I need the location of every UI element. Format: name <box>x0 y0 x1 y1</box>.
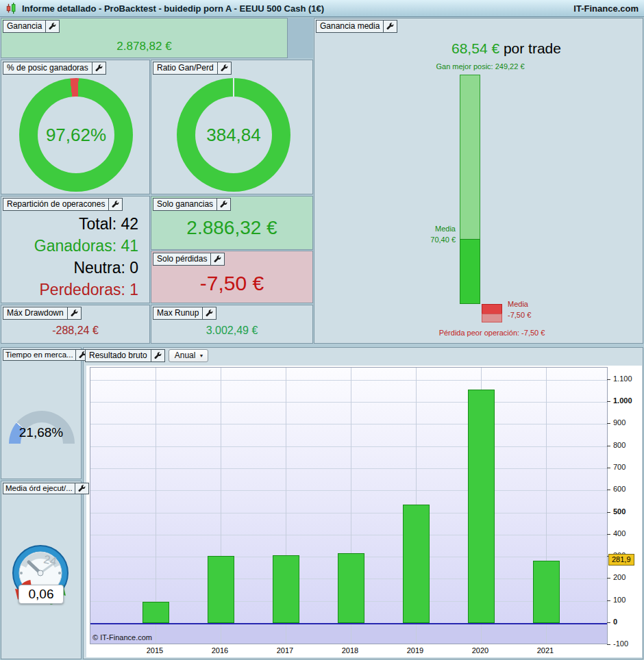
panel-ganancia: Ganancia 2.878,82 € <box>1 18 288 58</box>
gridline <box>90 513 607 513</box>
wrench-icon <box>49 23 56 30</box>
media-loss-label: Media <box>508 300 528 308</box>
reparticion-row-ganadoras: Ganadoras: 41 <box>1 235 138 257</box>
y-tick <box>607 578 610 579</box>
ganancia-media-headline: 68,54 € por trade <box>383 40 630 57</box>
x-tick-label: 2017 <box>268 646 302 655</box>
wrench-icon <box>221 64 228 72</box>
gridline <box>90 535 607 535</box>
max-runup-value: 3.002,49 € <box>151 325 312 337</box>
x-tick-label: 2018 <box>333 646 367 655</box>
panel-reparticion: Repartición de operacones Total: 42 Gana… <box>1 196 150 303</box>
chart-bar <box>338 553 364 623</box>
ganancia-value: 2.878,82 € <box>1 40 287 53</box>
media-gain-bar <box>460 75 480 304</box>
y-tick <box>607 490 610 490</box>
y-tick-label: 200 <box>613 573 626 581</box>
orders-per-day-value: 0,06 <box>18 585 64 604</box>
ganancia-media-value: 68,54 € <box>451 40 499 56</box>
chart-bar <box>273 555 299 623</box>
panel-label: % de posic ganadoras <box>3 62 92 75</box>
chart-bar <box>208 556 234 624</box>
panel-max-drawdown: Máx Drawdown -288,24 € <box>1 305 150 344</box>
gridline <box>90 424 607 424</box>
wrench-button[interactable] <box>75 483 89 494</box>
panel-ganancia-media: Ganancia media 68,54 € por trade Gan mej… <box>314 18 643 344</box>
period-select-value: Anual <box>175 351 196 360</box>
y-tick-label: 800 <box>613 441 626 449</box>
y-tick <box>607 423 610 424</box>
wrench-button[interactable] <box>383 20 397 33</box>
wrench-button[interactable] <box>216 198 231 211</box>
max-drawdown-value: -288,24 € <box>1 325 149 337</box>
period-select[interactable]: Anual▼ <box>169 349 209 362</box>
wrench-icon <box>220 201 227 208</box>
wrench-icon <box>386 23 394 30</box>
panel-label: Resultado bruto <box>85 349 151 362</box>
wrench-button[interactable] <box>217 62 232 75</box>
panel-label: Repartición de operacones <box>3 198 109 211</box>
panel-label: Max Runup <box>153 307 203 320</box>
panel-label: Tiempo en merca... <box>3 349 76 361</box>
gridline <box>90 468 607 469</box>
gridline <box>90 490 607 491</box>
y-tick <box>607 622 610 623</box>
panel-label: Ratio Gan/Perd <box>153 62 218 75</box>
media-loss-value: -7,50 € <box>508 311 531 319</box>
media-gain-bar-lower <box>460 239 480 304</box>
panel-label: Ganancia media <box>316 20 384 33</box>
y-tick-label: 0 <box>613 618 617 626</box>
title-bar: Informe detallado - ProBacktest - buided… <box>0 0 644 17</box>
wrench-icon <box>214 255 221 263</box>
annual-chart-yaxis: -10001002003004005006007008009001.0001.1… <box>607 366 642 657</box>
donut-pct: 97,62% <box>19 78 133 192</box>
y-tick <box>607 512 610 513</box>
worst-trade-label: Pérdida peor operación: -7,50 € <box>355 329 629 337</box>
donut-ratio-value: 384,84 <box>177 78 290 192</box>
wrench-button[interactable] <box>151 349 165 362</box>
best-trade-label: Gan mejor posic: 249,22 € <box>357 62 604 71</box>
gauge-value: 21,68% <box>10 425 73 440</box>
wrench-button[interactable] <box>67 307 82 320</box>
panel-media-ordenes: Media órd ejecut/... 24 0,06 <box>1 481 82 659</box>
wrench-button[interactable] <box>202 307 216 320</box>
y-tick-label: 700 <box>613 463 626 471</box>
x-tick-label: 2020 <box>463 646 497 655</box>
chart-bar <box>143 602 169 623</box>
wrench-icon <box>154 352 162 359</box>
wrench-icon <box>95 64 103 72</box>
wrench-button[interactable] <box>45 20 60 33</box>
y-tick-label: 500 <box>613 507 626 516</box>
window-title: Informe detallado - ProBacktest - buided… <box>22 3 324 14</box>
y-tick-label: -100 <box>613 639 628 648</box>
y-tick-label: 1.000 <box>613 396 632 405</box>
wrench-button[interactable] <box>108 198 123 211</box>
x-tick-label: 2019 <box>398 646 432 655</box>
ganancia-media-suffix: por trade <box>499 40 561 56</box>
panel-label: Solo ganancias <box>153 198 217 211</box>
gridline <box>90 380 607 381</box>
y-tick <box>607 600 610 601</box>
donut-ratio: 384,84 <box>177 78 290 192</box>
wrench-icon <box>78 485 86 492</box>
chart-area: © IT-Finance.com -1000100200300400500600… <box>86 366 642 657</box>
x-tick-label: 2015 <box>138 646 172 655</box>
spacer-strip <box>288 18 313 58</box>
wrench-button[interactable] <box>92 62 106 75</box>
panel-ratio: Ratio Gan/Perd 384,84 <box>151 60 313 194</box>
zero-line <box>90 623 607 624</box>
reparticion-row-perdedoras: Perdedoras: 1 <box>1 279 138 301</box>
reparticion-row-neutras: Neutra: 0 <box>1 257 138 279</box>
panel-pct-ganadoras: % de posic ganadoras 97,62% <box>1 60 150 194</box>
panel-label: Máx Drawdown <box>3 307 68 320</box>
panel-solo-ganancias: Solo ganancias 2.886,32 € <box>151 196 313 250</box>
x-tick-label: 2021 <box>528 646 562 655</box>
wrench-button[interactable] <box>210 253 225 266</box>
media-loss-bar <box>482 304 502 322</box>
chevron-down-icon: ▼ <box>199 353 203 358</box>
media-loss-bar-upper <box>482 304 502 314</box>
y-tick <box>607 534 610 535</box>
panel-label: Ganancia <box>3 20 46 33</box>
y-tick-label: 900 <box>613 418 626 427</box>
wrench-icon <box>112 201 119 208</box>
